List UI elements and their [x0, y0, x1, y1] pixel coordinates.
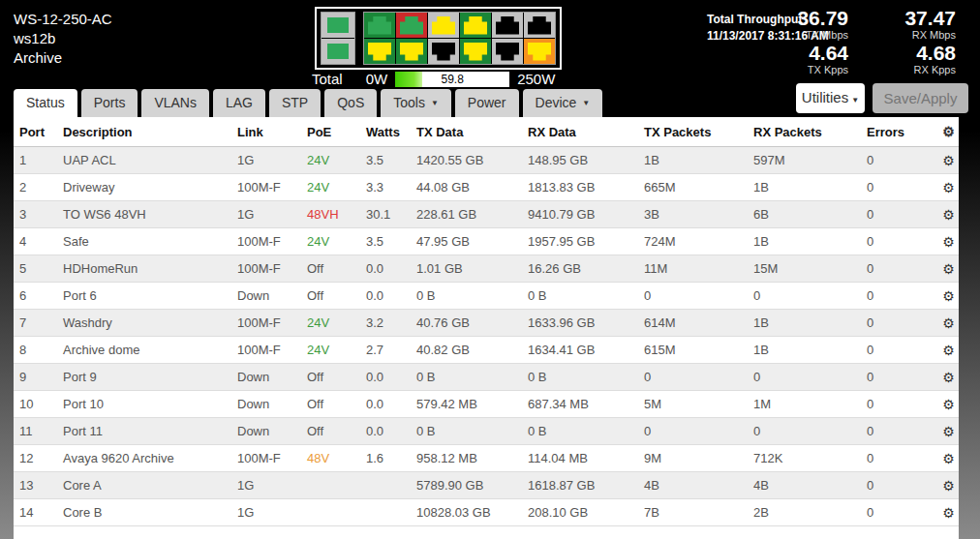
device-info: WS-12-250-AC ws12b Archive: [14, 10, 112, 68]
status-content: PortDescriptionLinkPoEWattsTX DataRX Dat…: [14, 117, 959, 539]
tab-qos[interactable]: QoS: [324, 89, 377, 117]
chevron-down-icon: ▼: [582, 95, 590, 111]
port-tile-12[interactable]: [524, 39, 555, 64]
cell-watts: 3.2: [360, 310, 411, 337]
cell-rx-packets: 0: [748, 364, 861, 391]
cell-description: Archive dome: [57, 337, 231, 364]
tab-label: Status: [26, 95, 65, 110]
tab-stp[interactable]: STP: [269, 89, 321, 117]
cell-tx-packets: 0: [638, 418, 748, 445]
cell-port: 13: [14, 472, 57, 499]
port-settings-gear-icon[interactable]: ⚙: [942, 505, 955, 521]
column-header-description: Description: [57, 117, 231, 147]
port-settings-gear-icon[interactable]: ⚙: [942, 288, 955, 304]
port-tile-7[interactable]: [460, 13, 491, 38]
cell-description: Port 9: [57, 364, 231, 391]
table-row-port-12: 12Avaya 9620 Archive100M-F48V1.6958.12 M…: [14, 445, 959, 472]
port-settings-gear-icon[interactable]: ⚙: [942, 424, 955, 439]
cell-tx-data: 579.42 MB: [411, 391, 522, 418]
port-settings-gear-icon[interactable]: ⚙: [942, 397, 955, 412]
port-tile-3[interactable]: [396, 13, 427, 38]
cell-settings: ⚙: [938, 418, 959, 445]
cell-tx-data: 0 B: [411, 418, 522, 445]
port-settings-gear-icon[interactable]: ⚙: [942, 234, 955, 250]
cell-link: Down: [231, 283, 301, 310]
tab-status[interactable]: Status: [14, 89, 77, 117]
rj45-jack-icon: [400, 43, 423, 61]
cell-tx-data: 40.76 GB: [411, 310, 522, 337]
port-tile-6[interactable]: [428, 39, 459, 64]
cell-tx-packets: 615M: [638, 337, 748, 364]
cell-tx-data: 47.95 GB: [411, 228, 522, 255]
device-hostname: ws12b: [14, 29, 112, 48]
port-settings-gear-icon[interactable]: ⚙: [942, 153, 955, 168]
cell-rx-packets: 2B: [748, 499, 861, 526]
cell-tx-packets: 0: [638, 283, 748, 310]
cell-errors: 0: [861, 174, 938, 201]
port-tile-4[interactable]: [396, 39, 427, 64]
cell-rx-packets: 1B: [748, 310, 861, 337]
cell-poe: 24V: [301, 174, 360, 201]
stat-label: TX Mbps: [751, 29, 848, 41]
cell-description: UAP ACL: [57, 147, 231, 174]
port-tile-11[interactable]: [524, 13, 555, 38]
cell-link: 100M-F: [231, 310, 301, 337]
port-settings-gear-icon[interactable]: ⚙: [942, 370, 955, 385]
port-settings-gear-icon[interactable]: ⚙: [942, 261, 955, 277]
tab-lag[interactable]: LAG: [213, 89, 265, 117]
cell-link: Down: [231, 364, 301, 391]
cell-poe: Off: [301, 364, 360, 391]
sfp-column: [321, 12, 355, 65]
tab-vlans[interactable]: VLANs: [141, 89, 209, 117]
cell-link: 100M-F: [231, 174, 301, 201]
cell-watts: 2.7: [360, 337, 411, 364]
table-row-port-4: 4Safe100M-F24V3.547.95 GB1957.95 GB724M1…: [14, 228, 959, 255]
port-tile-9[interactable]: [492, 13, 523, 38]
rj45-jack-icon: [432, 43, 455, 61]
gear-icon[interactable]: ⚙: [942, 124, 955, 139]
port-tile-10[interactable]: [492, 39, 523, 64]
table-row-port-3: 3TO WS6 48VH1G48VH30.1228.61 GB9410.79 G…: [14, 201, 959, 228]
cell-description: Port 11: [57, 418, 231, 445]
tab-device[interactable]: Device▼: [523, 89, 603, 117]
tab-tools[interactable]: Tools▼: [381, 89, 451, 117]
port-settings-gear-icon[interactable]: ⚙: [942, 207, 955, 223]
cell-rx-data: 148.95 GB: [522, 147, 638, 174]
cell-tx-packets: 4B: [638, 472, 748, 499]
port-settings-gear-icon[interactable]: ⚙: [942, 451, 955, 466]
cell-rx-packets: 1B: [748, 174, 861, 201]
cell-rx-data: 1813.83 GB: [522, 174, 638, 201]
port-grid: [363, 12, 556, 65]
cell-watts: [360, 499, 411, 526]
cell-poe: 48VH: [301, 201, 360, 228]
save-apply-button[interactable]: Save/Apply: [873, 83, 968, 113]
utilities-button[interactable]: Utilities▼: [796, 83, 865, 113]
table-row-port-6: 6Port 6DownOff0.00 B0 B000⚙: [14, 283, 959, 310]
port-settings-gear-icon[interactable]: ⚙: [942, 180, 955, 195]
cell-tx-packets: 5M: [638, 391, 748, 418]
cell-tx-data: 228.61 GB: [411, 201, 522, 228]
cell-description: Washdry: [57, 310, 231, 337]
port-tile-8[interactable]: [460, 39, 491, 64]
table-row-port-13: 13Core A1G5789.90 GB1618.87 GB4B4B0⚙: [14, 472, 959, 499]
cell-errors: 0: [861, 364, 938, 391]
cell-rx-packets: 1M: [748, 391, 861, 418]
throughput-stat: 37.47RX Mbps: [854, 8, 956, 41]
sfp-port-tile-13[interactable]: [322, 13, 354, 38]
tab-ports[interactable]: Ports: [81, 89, 138, 117]
port-settings-gear-icon[interactable]: ⚙: [942, 478, 955, 494]
port-tile-1[interactable]: [364, 13, 395, 38]
port-settings-gear-icon[interactable]: ⚙: [942, 343, 955, 358]
port-settings-gear-icon[interactable]: ⚙: [942, 315, 955, 331]
cell-rx-data: 1633.96 GB: [522, 310, 638, 337]
rj45-jack-icon: [400, 16, 423, 35]
cell-port: 5: [14, 255, 57, 283]
port-tile-2[interactable]: [364, 39, 395, 64]
sfp-port-tile-14[interactable]: [322, 39, 354, 64]
throughput-stats: 36.79TX Mbps37.47RX Mbps4.64TX Kpps4.68R…: [751, 8, 956, 75]
column-header-settings: ⚙: [938, 117, 959, 147]
cell-tx-packets: 1B: [638, 147, 748, 174]
port-tile-5[interactable]: [428, 13, 459, 38]
tab-power[interactable]: Power: [455, 89, 519, 117]
rj45-jack-icon: [432, 16, 455, 35]
